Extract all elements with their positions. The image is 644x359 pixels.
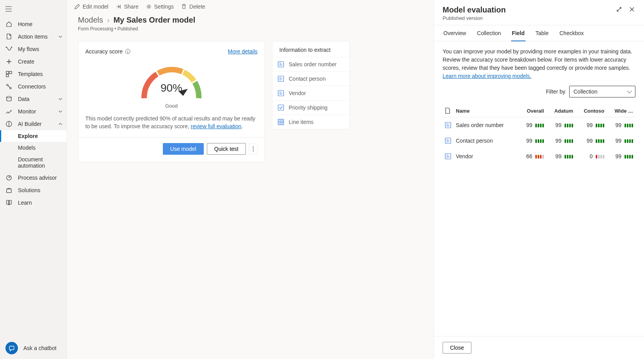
table-row[interactable]: Sales order number99 99 99 99 [443,117,635,133]
settings-label: Settings [154,4,174,10]
table-field-icon [278,119,284,125]
column-header[interactable]: Overall [519,104,546,117]
chatbot-label: Ask a chatbot [23,345,56,351]
chevron-down-icon [58,34,63,39]
sidebar-item-label: Solutions [18,187,63,193]
text-field-icon [445,138,451,144]
panel-title: Model evaluation [443,5,506,14]
info-icon[interactable] [125,49,131,54]
tab-overview[interactable]: Overview [443,25,467,41]
svg-rect-2 [6,71,9,74]
breadcrumb-root[interactable]: Models [78,16,103,25]
table-row[interactable]: Vendor66 99 0 99 [443,149,635,164]
info-item-label: Contact person [289,76,326,82]
panel-description: You can improve your model by providing … [443,48,635,80]
column-header[interactable]: Name [453,104,519,117]
info-item[interactable]: Vendor [272,86,349,100]
column-header[interactable]: Wide … [607,104,635,117]
info-item[interactable]: Sales order number [272,57,349,71]
expand-button[interactable] [615,5,623,13]
gear-icon [146,4,152,10]
sidebar-item-connectors[interactable]: Connectors [0,80,67,93]
svg-point-0 [6,47,7,48]
panel-subtitle: Published version [443,15,506,21]
chatbot-button[interactable]: Ask a chatbot [0,337,67,359]
sidebar-item-data[interactable]: Data [0,93,67,105]
sidebar-item-home[interactable]: Home [0,18,67,30]
row-name: Vendor [453,149,519,164]
tab-collection[interactable]: Collection [476,25,501,41]
tab-checkbox[interactable]: Checkbox [559,25,584,41]
ai-builder-icon [5,120,12,127]
sidebar-item-flows[interactable]: My flows [0,43,67,55]
settings-button[interactable]: Settings [146,3,174,11]
info-item[interactable]: Line items [272,115,349,129]
sidebar-item-models[interactable]: Models [0,142,67,154]
row-name: Contact person [453,133,519,149]
sidebar-item-action-items[interactable]: Action items [0,30,67,43]
learn-more-link[interactable]: Learn more about improving models. [443,73,531,79]
close-panel-button[interactable] [628,5,635,13]
use-model-button[interactable]: Use model [163,143,204,155]
review-full-eval-link[interactable]: review full evaluation [191,123,242,129]
info-card: Information to extract Sales order numbe… [272,41,350,129]
learn-icon [5,199,12,206]
sidebar-item-create[interactable]: Create [0,55,67,68]
info-item[interactable]: Contact person [272,71,349,86]
sidebar-item-label: Monitor [18,108,58,115]
svg-point-7 [7,96,11,98]
accuracy-gauge: 90% [136,59,206,102]
table-row[interactable]: Contact person99 99 99 99 [443,133,635,149]
sidebar-item-label: Home [18,21,63,27]
connectors-icon [5,83,12,90]
sidebar-item-monitor[interactable]: Monitor [0,105,67,118]
svg-rect-3 [9,71,12,74]
chevron-down-icon [58,97,63,101]
svg-rect-22 [278,119,284,125]
filter-label: Filter by [546,88,565,95]
score-cell: 99 [519,133,546,149]
accuracy-label: Good [165,103,178,109]
model-subline: Form Processing • Published [78,26,423,32]
sidebar-item-ai-builder[interactable]: AI Builder [0,118,67,130]
chevron-up-icon [58,122,63,126]
score-cell: 99 [607,117,635,133]
text-field-icon [278,61,284,67]
more-details-link[interactable]: More details [228,48,258,55]
action-items-icon [5,33,12,40]
flows-icon [5,46,12,53]
sidebar-item-doc-auto[interactable]: Document automation [0,154,67,172]
column-header[interactable]: Contoso [575,104,607,117]
delete-button[interactable]: Delete [181,3,205,11]
tab-field[interactable]: Field [511,25,526,41]
close-icon [629,7,635,12]
close-button[interactable]: Close [443,342,471,354]
hamburger-button[interactable] [3,5,14,13]
sidebar-item-templates[interactable]: Templates [0,68,67,80]
accuracy-title: Accuracy score [85,48,123,55]
info-item-label: Line items [289,119,314,125]
share-button[interactable]: Share [115,3,138,11]
sidebar: HomeAction itemsMy flowsCreateTemplatesC… [0,0,67,359]
score-cell: 99 [607,133,635,149]
sidebar-item-label: Templates [18,71,63,77]
sidebar-item-explore[interactable]: Explore [0,130,67,142]
filter-dropdown[interactable]: Collection [569,86,635,97]
trash-icon [181,4,187,10]
column-header[interactable]: Adatum [546,104,575,117]
sidebar-item-label: Process advisor [18,175,63,181]
command-bar: Edit model Share Settings Delete [67,0,434,13]
quick-test-button[interactable]: Quick test [207,143,246,155]
info-item-label: Priority shipping [289,104,328,111]
edit-model-button[interactable]: Edit model [74,3,108,11]
more-actions-button[interactable] [249,143,258,154]
accuracy-card: Accuracy score More details [78,41,265,162]
score-cell: 99 [546,133,575,149]
sidebar-item-learn[interactable]: Learn [0,196,67,209]
expand-icon [616,6,622,12]
tab-table[interactable]: Table [535,25,549,41]
sidebar-item-process-advisor[interactable]: Process advisor [0,172,67,184]
info-item[interactable]: Priority shipping [272,100,349,115]
svg-point-1 [11,47,12,48]
sidebar-item-solutions[interactable]: Solutions [0,184,67,196]
